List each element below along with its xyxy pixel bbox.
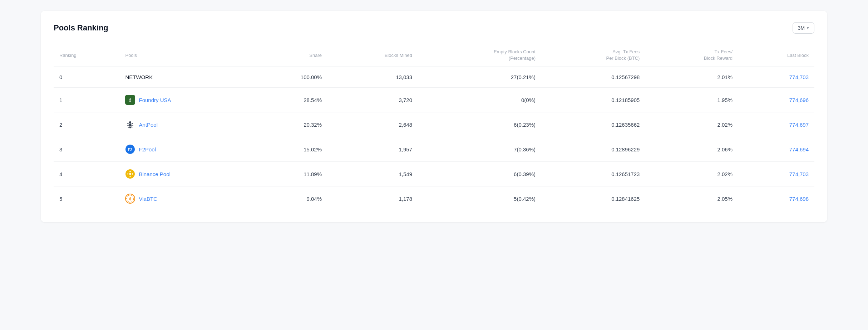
cell-ranking: 3 <box>54 137 119 162</box>
cell-avg-tx-fees: 0.12651723 <box>541 162 645 186</box>
svg-line-10 <box>131 126 132 128</box>
cell-pool[interactable]: AntPool <box>119 112 252 137</box>
svg-text:F2: F2 <box>128 147 133 152</box>
cell-last-block: 774,703 <box>738 67 814 88</box>
col-empty-blocks: Empty Blocks Count (Percentage) <box>418 45 541 67</box>
cell-ranking: 1 <box>54 88 119 112</box>
cell-tx-fees-reward: 2.05% <box>645 186 738 211</box>
col-last-block: Last Block <box>738 45 814 67</box>
chevron-down-icon: ▾ <box>807 26 809 30</box>
cell-pool[interactable]: fFoundry USA <box>119 88 252 112</box>
cell-last-block[interactable]: 774,694 <box>738 137 814 162</box>
pool-icon-antpool <box>125 120 135 130</box>
cell-last-block[interactable]: 774,698 <box>738 186 814 211</box>
cell-share: 100.00% <box>252 67 327 88</box>
last-block-link[interactable]: 774,698 <box>789 196 809 202</box>
cell-empty-blocks: 6(0.39%) <box>418 162 541 186</box>
svg-line-6 <box>131 123 133 124</box>
pool-icon-viabtc: ₿ <box>125 194 135 204</box>
svg-line-5 <box>127 123 129 124</box>
last-block-link[interactable]: 774,703 <box>789 171 809 177</box>
pool-icon-f2pool: F2 <box>125 144 135 154</box>
cell-avg-tx-fees: 0.12841625 <box>541 186 645 211</box>
cell-empty-blocks: 5(0.42%) <box>418 186 541 211</box>
cell-empty-blocks: 27(0.21%) <box>418 67 541 88</box>
col-share: Share <box>252 45 327 67</box>
cell-avg-tx-fees: 0.12896229 <box>541 137 645 162</box>
table-row: 0NETWORK100.00%13,03327(0.21%)0.12567298… <box>54 67 814 88</box>
cell-ranking: 0 <box>54 67 119 88</box>
pool-icon-foundry: f <box>125 95 135 105</box>
cell-blocks-mined: 1,178 <box>327 186 418 211</box>
pools-ranking-table: Ranking Pools Share Blocks Mined Empty B… <box>54 45 814 211</box>
cell-empty-blocks: 0(0%) <box>418 88 541 112</box>
cell-last-block[interactable]: 774,696 <box>738 88 814 112</box>
cell-share: 9.04% <box>252 186 327 211</box>
cell-pool[interactable]: F2F2Pool <box>119 137 252 162</box>
cell-ranking: 2 <box>54 112 119 137</box>
period-label: 3M <box>798 25 805 31</box>
last-block-link[interactable]: 774,694 <box>789 146 809 152</box>
cell-pool[interactable]: Binance Pool <box>119 162 252 186</box>
cell-empty-blocks: 7(0.36%) <box>418 137 541 162</box>
page-title: Pools Ranking <box>54 23 108 33</box>
svg-point-4 <box>129 127 131 128</box>
table-row: 2AntPool20.32%2,6486(0.23%)0.126356622.0… <box>54 112 814 137</box>
cell-share: 20.32% <box>252 112 327 137</box>
table-row: 3F2F2Pool15.02%1,9577(0.36%)0.128962292.… <box>54 137 814 162</box>
pool-name[interactable]: F2Pool <box>139 146 156 152</box>
svg-text:₿: ₿ <box>129 197 131 201</box>
last-block-link[interactable]: 774,697 <box>789 122 809 128</box>
cell-pool[interactable]: ₿ViaBTC <box>119 186 252 211</box>
cell-avg-tx-fees: 0.12635662 <box>541 112 645 137</box>
cell-blocks-mined: 1,957 <box>327 137 418 162</box>
page-header: Pools Ranking 3M ▾ <box>54 22 814 34</box>
cell-empty-blocks: 6(0.23%) <box>418 112 541 137</box>
pool-name[interactable]: AntPool <box>139 122 158 128</box>
cell-ranking: 5 <box>54 186 119 211</box>
col-ranking: Ranking <box>54 45 119 67</box>
pool-name[interactable]: ViaBTC <box>139 196 157 202</box>
table-row: 4Binance Pool11.89%1,5496(0.39%)0.126517… <box>54 162 814 186</box>
pool-name[interactable]: Foundry USA <box>139 97 171 103</box>
cell-avg-tx-fees: 0.12185905 <box>541 88 645 112</box>
svg-point-3 <box>129 123 131 126</box>
last-block-link[interactable]: 774,696 <box>789 97 809 103</box>
cell-tx-fees-reward: 2.02% <box>645 112 738 137</box>
cell-tx-fees-reward: 2.01% <box>645 67 738 88</box>
main-container: Pools Ranking 3M ▾ Ranking Pools Share B… <box>41 11 827 222</box>
last-block-link[interactable]: 774,703 <box>789 74 809 80</box>
svg-line-9 <box>128 126 129 128</box>
col-pools: Pools <box>119 45 252 67</box>
col-tx-fees-reward: Tx Fees/ Block Reward <box>645 45 738 67</box>
cell-blocks-mined: 13,033 <box>327 67 418 88</box>
table-header-row: Ranking Pools Share Blocks Mined Empty B… <box>54 45 814 67</box>
cell-share: 28.54% <box>252 88 327 112</box>
period-selector-button[interactable]: 3M ▾ <box>793 22 814 34</box>
table-row: 5₿ViaBTC9.04%1,1785(0.42%)0.128416252.05… <box>54 186 814 211</box>
cell-blocks-mined: 1,549 <box>327 162 418 186</box>
pool-name: NETWORK <box>125 74 153 80</box>
svg-point-2 <box>129 121 131 123</box>
cell-blocks-mined: 2,648 <box>327 112 418 137</box>
pool-name[interactable]: Binance Pool <box>139 171 170 177</box>
pool-icon-binance <box>125 169 135 179</box>
cell-pool: NETWORK <box>119 67 252 88</box>
cell-tx-fees-reward: 1.95% <box>645 88 738 112</box>
cell-blocks-mined: 3,720 <box>327 88 418 112</box>
cell-share: 15.02% <box>252 137 327 162</box>
cell-ranking: 4 <box>54 162 119 186</box>
cell-tx-fees-reward: 2.06% <box>645 137 738 162</box>
col-avg-tx-fees: Avg. Tx Fees Per Block (BTC) <box>541 45 645 67</box>
cell-last-block[interactable]: 774,703 <box>738 162 814 186</box>
cell-avg-tx-fees: 0.12567298 <box>541 67 645 88</box>
cell-share: 11.89% <box>252 162 327 186</box>
cell-tx-fees-reward: 2.02% <box>645 162 738 186</box>
col-blocks-mined: Blocks Mined <box>327 45 418 67</box>
cell-last-block[interactable]: 774,697 <box>738 112 814 137</box>
table-row: 1fFoundry USA28.54%3,7200(0%)0.121859051… <box>54 88 814 112</box>
